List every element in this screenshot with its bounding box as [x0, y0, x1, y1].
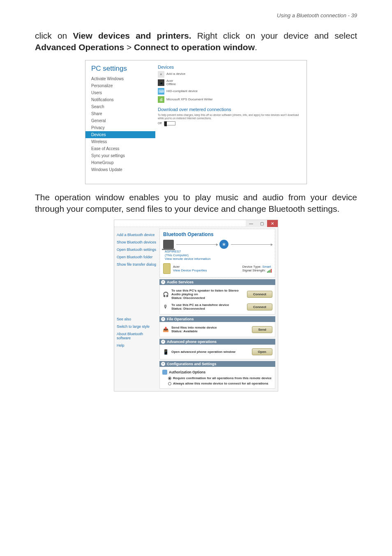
p1-mid: Right click on your device and select — [191, 31, 357, 40]
p1-gt: > — [124, 42, 134, 52]
link-show-bluetooth-devices[interactable]: Show Bluetooth devices — [117, 239, 157, 246]
file-operations-section: ^File Operations 📤 Send files into remot… — [159, 316, 275, 337]
close-button[interactable]: ✕ — [267, 220, 278, 227]
link-add-bluetooth-device[interactable]: Add a Bluetooth device — [117, 231, 157, 239]
remote-phone-icon — [163, 263, 171, 274]
metered-toggle[interactable] — [164, 121, 175, 125]
advanced-phone-header[interactable]: ^Advanced phone operations — [159, 339, 275, 345]
advanced-phone-title: Advanced phone operations — [167, 340, 217, 344]
p1-bold1: View devices and printers. — [73, 31, 191, 40]
bt-left-nav: Add a Bluetooth device Show Bluetooth de… — [114, 227, 159, 391]
paragraph-1: click on View devices and printers. Righ… — [35, 30, 357, 53]
device-acer-text: Acer Offline — [166, 79, 176, 87]
remote-info-link[interactable]: View remote device information — [165, 257, 272, 261]
pc-settings-main: Devices + Add a device 📱 Acer Offline ⌨ … — [155, 60, 307, 184]
headphone-icon: 🎧 — [162, 291, 169, 298]
auth-option-always-row[interactable]: Always allow this remote device to conne… — [162, 381, 272, 386]
connect-handsfree-button[interactable]: Connect — [247, 303, 272, 310]
auth-option-require-row[interactable]: Require confirmation for all operations … — [162, 375, 272, 381]
link-switch-to-large-style[interactable]: Switch to large style — [117, 323, 157, 330]
connection-line-right — [231, 244, 272, 245]
signal-strength-label: Signal Strength: — [242, 269, 266, 272]
sidebar-item-sync-your-settings[interactable]: Sync your settings — [91, 152, 155, 159]
send-button[interactable]: Send — [252, 326, 272, 333]
sidebar-item-homegroup[interactable]: HomeGroup — [91, 159, 155, 166]
pc-settings-title: PC settings — [91, 65, 155, 73]
link-show-file-transfer-dialog[interactable]: Show file transfer dialog — [117, 261, 157, 268]
sidebar-item-share[interactable]: Share — [91, 110, 155, 117]
device-type-value: Smart — [262, 265, 271, 269]
view-device-properties-link[interactable]: View Device Properties — [173, 269, 240, 272]
headset-icon: 🎙 — [162, 303, 169, 310]
bluetooth-operations-window: — ▢ ✕ Add a Bluetooth device Show Blueto… — [114, 220, 278, 392]
open-button[interactable]: Open — [252, 348, 272, 355]
send-files-status: Status: Available — [171, 329, 249, 333]
metered-toggle-row: Off — [158, 121, 301, 125]
configurations-header[interactable]: ^Configurations and Settings — [159, 361, 275, 367]
device-xps-row[interactable]: 🖨 Microsoft XPS Document Writer — [158, 96, 301, 103]
audio-services-section: ^Audio Services 🎧 To use this PC's speak… — [159, 279, 275, 315]
minimize-button[interactable]: — — [246, 220, 256, 227]
stereo-audio-row: 🎧 To use this PC's speaker to listen to … — [162, 287, 272, 301]
file-operations-header[interactable]: ^File Operations — [159, 316, 275, 322]
handsfree-status: Status: Disconnected — [171, 307, 244, 310]
audio-services-header[interactable]: ^Audio Services — [159, 279, 275, 285]
sidebar-item-privacy[interactable]: Privacy — [91, 124, 155, 131]
computer-name: ASPIRES7 — [165, 250, 272, 253]
sidebar-item-notifications[interactable]: Notifications — [91, 96, 155, 103]
link-open-bluetooth-settings[interactable]: Open Bluetooth settings — [117, 246, 157, 253]
sidebar-item-users[interactable]: Users — [91, 89, 155, 96]
device-acer-row[interactable]: 📱 Acer Offline — [158, 79, 301, 87]
open-phone-window-row: 📱 Open advanced phone operation window O… — [162, 347, 272, 357]
auth-option-require-label: Require confirmation for all operations … — [173, 376, 272, 380]
bt-ops-heading: Bluetooth Operations — [163, 232, 272, 237]
connection-line-left — [176, 244, 217, 245]
handsfree-row: 🎙 To use this PC as a handsfree device S… — [162, 301, 272, 312]
sidebar-item-personalize[interactable]: Personalize — [91, 82, 155, 89]
metered-section-title: Download over metered connections — [158, 107, 301, 112]
chevron-up-icon: ^ — [161, 340, 165, 344]
phone-icon: 📱 — [158, 79, 164, 86]
window-titlebar: — ▢ ✕ — [114, 220, 278, 227]
sidebar-item-devices[interactable]: Devices — [85, 131, 155, 138]
audio-services-title: Audio Services — [167, 280, 194, 284]
handsfree-text: To use this PC as a handsfree device — [171, 303, 229, 307]
bluetooth-icon: ∗ — [219, 240, 228, 249]
link-open-bluetooth-folder[interactable]: Open Bluetooth folder — [117, 253, 157, 261]
open-phone-window-text: Open advanced phone operation window — [171, 350, 235, 354]
signal-strength-icon — [267, 269, 272, 273]
stereo-audio-status: Status: Disconnected — [171, 296, 244, 300]
remote-device-detail: Acer View Device Properties Device Type:… — [163, 263, 272, 274]
chevron-up-icon: ^ — [161, 317, 165, 321]
connect-stereo-button[interactable]: Connect — [247, 291, 272, 298]
advanced-phone-section: ^Advanced phone operations 📱 Open advanc… — [159, 339, 275, 359]
device-acer-sub: Offline — [166, 82, 176, 86]
sidebar-item-wireless[interactable]: Wireless — [91, 138, 155, 145]
page-header: Using a Bluetooth connection - 39 — [35, 12, 357, 19]
send-file-icon: 📤 — [162, 326, 169, 333]
screenshot-bluetooth-operations: — ▢ ✕ Add a Bluetooth device Show Blueto… — [35, 220, 357, 392]
sidebar-item-windows-update[interactable]: Windows Update — [91, 166, 155, 173]
radio-always-allow[interactable] — [168, 382, 171, 385]
connection-diagram: ∗ — [163, 240, 272, 249]
link-about-bluetooth-software[interactable]: About Bluetooth software — [117, 330, 157, 342]
printer-icon: 🖨 — [158, 96, 164, 103]
sidebar-item-ease-of-access[interactable]: Ease of Access — [91, 145, 155, 152]
chevron-up-icon: ^ — [161, 280, 165, 284]
device-type-label: Device Type: — [242, 265, 261, 269]
add-device-row[interactable]: + Add a device — [158, 71, 301, 78]
send-files-text: Send files into remote device — [171, 326, 217, 329]
add-device-label: Add a device — [166, 72, 185, 76]
device-hid-row[interactable]: ⌨ HID-compliant device — [158, 88, 301, 95]
paragraph-2: The operation window enables you to play… — [35, 192, 357, 215]
sidebar-item-general[interactable]: General — [91, 117, 155, 124]
sidebar-item-search[interactable]: Search — [91, 103, 155, 110]
sidebar-item-activate-windows[interactable]: Activate Windows — [91, 75, 155, 82]
configurations-title: Configurations and Settings — [167, 362, 217, 366]
link-help[interactable]: Help — [117, 342, 157, 349]
p1-bold3: Connect to operation window — [134, 42, 255, 52]
device-hid-text: HID-compliant device — [166, 90, 198, 93]
maximize-button[interactable]: ▢ — [256, 220, 267, 227]
radio-require-confirmation[interactable] — [168, 377, 171, 380]
file-operations-title: File Operations — [167, 317, 194, 321]
